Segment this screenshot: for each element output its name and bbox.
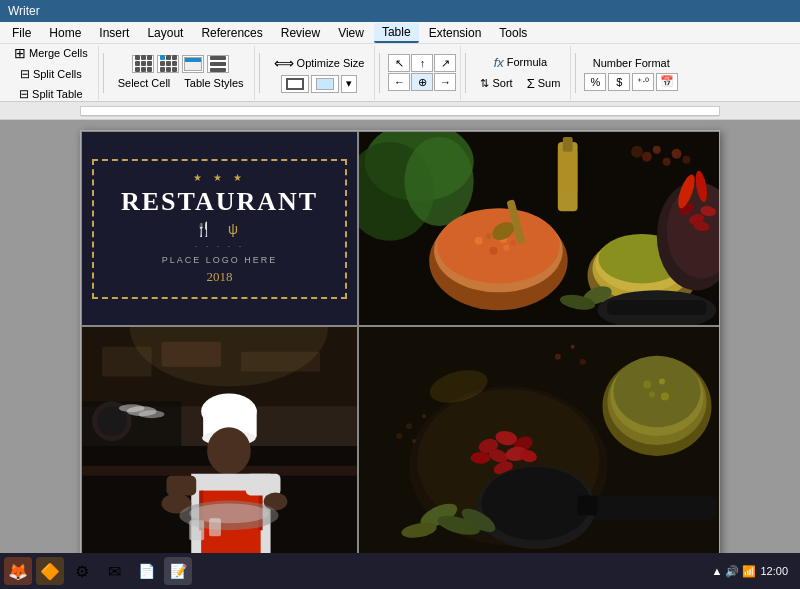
merge-icon: ⊞ [14,45,26,61]
menu-review[interactable]: Review [273,24,328,42]
menu-table[interactable]: Table [374,23,419,43]
align-mid-left-button[interactable]: ← [388,73,410,91]
align-top-left-button[interactable]: ↖ [388,54,410,72]
document-area: ★ ★ ★ RESTAURANT 🍴 ψ · · · · · PLACE LOG… [0,120,800,567]
toolbar-numberformat-section: Number Format % $ ⁺·⁰ 📅 [580,46,682,100]
vlc-icon: 🔶 [40,562,60,581]
sep5 [575,53,576,93]
menu-extension[interactable]: Extension [421,24,490,42]
sep2 [259,53,260,93]
svg-point-91 [668,385,676,393]
svg-point-105 [412,439,416,443]
merge-cells-button[interactable]: ⊞ Merge Cells [8,44,94,63]
menu-layout[interactable]: Layout [139,24,191,42]
svg-point-82 [471,452,491,464]
numberformat-row: Number Format [587,55,676,71]
writer-button[interactable]: 📝 [164,557,192,585]
select-cell-button[interactable]: Select Cell [112,75,177,91]
vlc-button[interactable]: 🔶 [36,557,64,585]
toolbar-align-section: ↖ ↑ ↗ ← ⊕ → [384,46,461,100]
fx-icon: fx [494,55,504,70]
menu-insert[interactable]: Insert [91,24,137,42]
align-row-2: ← ⊕ → [388,73,456,91]
libreoffice-button[interactable]: 📄 [132,557,160,585]
decimal-icon[interactable]: ⁺·⁰ [632,73,654,91]
rows-icon[interactable] [207,55,229,73]
grid-icon-1[interactable] [132,55,154,73]
sort-sum-row: ⇅ Sort Σ Sum [474,74,566,93]
svg-rect-8 [558,152,578,192]
svg-rect-97 [578,496,598,516]
svg-rect-65 [209,518,221,536]
sum-button[interactable]: Σ Sum [521,74,567,93]
svg-point-71 [139,410,165,418]
svg-point-90 [659,379,665,385]
menu-file[interactable]: File [4,24,39,42]
app-title: Writer [8,4,40,18]
svg-point-11 [437,208,560,283]
settings-button[interactable]: ⚙ [68,557,96,585]
background-color-button[interactable] [311,75,339,93]
svg-point-36 [631,146,643,158]
sep1 [103,53,104,93]
dropdown-color-button[interactable]: ▾ [341,75,357,93]
cell-spices2 [358,326,720,560]
writer-icon: 📝 [170,563,187,579]
calendar-icon[interactable]: 📅 [656,73,678,91]
border-color-button[interactable] [281,75,309,93]
libreoffice-icon: 📄 [138,563,155,579]
toolbar-merge-section: ⊞ Merge Cells ⊟ Split Cells ⊟ Split Tabl… [4,46,99,100]
color-row: ▾ [281,75,357,93]
cell-logo[interactable]: ★ ★ ★ RESTAURANT 🍴 ψ · · · · · PLACE LOG… [81,131,358,326]
menu-home[interactable]: Home [41,24,89,42]
svg-rect-94 [588,496,717,521]
title-bar: Writer [0,0,800,22]
email-icon: ✉ [108,562,121,581]
toolbar-optimize-section: ⟺ Optimize Size ▾ [264,46,376,100]
toolbar-merge-row: ⊞ Merge Cells [8,44,94,63]
align-mid-right-button[interactable]: → [434,73,456,91]
svg-point-63 [189,503,268,523]
formula-row: fx Formula [488,53,553,72]
split-cells-button[interactable]: ⊟ Split Cells [14,65,88,83]
svg-point-34 [642,152,652,162]
percent-icon[interactable]: % [584,73,606,91]
table-styles-button[interactable]: Table Styles [178,75,249,91]
svg-point-37 [663,158,671,166]
svg-point-103 [422,414,426,418]
optimize-size-button[interactable]: ⟺ Optimize Size [268,53,371,73]
tray-icons: ▲ 🔊 📶 [711,565,756,578]
grid-icon-3[interactable] [182,55,204,73]
toolbar-grid-section: Select Cell Table Styles [108,46,255,100]
menu-tools[interactable]: Tools [491,24,535,42]
ruler-line: // ruler ticks drawn via CSS [80,106,720,116]
number-format-button[interactable]: Number Format [587,55,676,71]
formula-button[interactable]: fx Formula [488,53,553,72]
menu-bar: File Home Insert Layout References Revie… [0,22,800,44]
menu-view[interactable]: View [330,24,372,42]
toolbar-formula-section: fx Formula ⇅ Sort Σ Sum [470,46,571,100]
cell-chef [81,326,358,560]
align-row-1: ↖ ↑ ↗ [388,54,456,72]
align-top-center-button[interactable]: ↑ [411,54,433,72]
firefox-button[interactable]: 🦊 [4,557,32,585]
align-mid-center-button[interactable]: ⊕ [411,73,433,91]
svg-point-38 [672,149,682,159]
email-button[interactable]: ✉ [100,557,128,585]
optimize-icon: ⟺ [274,55,294,71]
svg-rect-59 [246,474,281,496]
currency-icon[interactable]: $ [608,73,630,91]
grid-icon-2[interactable] [157,55,179,73]
sort-button[interactable]: ⇅ Sort [474,75,518,92]
optimize-row: ⟺ Optimize Size [268,53,371,73]
cell-spices [358,131,720,326]
spices-image [359,132,720,325]
svg-point-13 [486,233,492,239]
menu-references[interactable]: References [193,24,270,42]
split-cells-icon: ⊟ [20,67,30,81]
svg-point-107 [571,345,575,349]
align-top-right-button[interactable]: ↗ [434,54,456,72]
sep3 [379,53,380,93]
system-tray: ▲ 🔊 📶 12:00 [711,565,796,578]
split-table-button[interactable]: ⊟ Split Table [13,85,89,103]
